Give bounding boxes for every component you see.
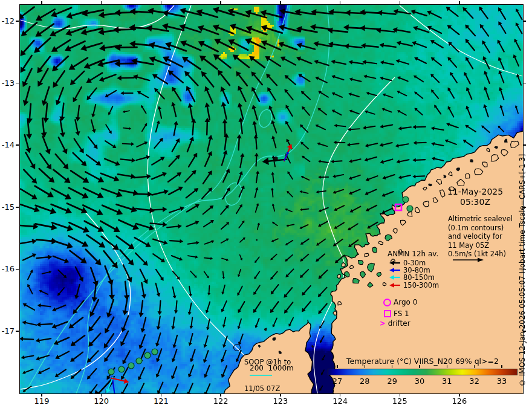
y-tick-label: -17: [0, 326, 15, 335]
figure: { "axes": { "x_ticks": ["119","120","121…: [0, 0, 532, 411]
date-text: 11-May-2025: [434, 187, 516, 197]
x-tick-mark-top: [161, 1, 162, 4]
credit-text: © IMOS 12-Jan-2026 05:05:07 Hobart time …: [518, 24, 527, 387]
time-text: 05:30Z: [434, 197, 516, 207]
x-tick-mark-top: [340, 1, 341, 4]
colorbar-tick-label: 28: [360, 377, 370, 386]
x-tick-label: 119: [34, 396, 50, 406]
colorbar-tick-label: 29: [387, 377, 397, 386]
y-tick-mark: [16, 269, 19, 270]
argo-label: Argo 0: [394, 298, 417, 306]
depth-arrow-icon: [389, 260, 401, 266]
anmn-row-80-150m: 80-150m: [389, 274, 435, 281]
depth-arrow-icon: [389, 267, 401, 273]
y-tick-label: -16: [0, 264, 15, 273]
depth-range-label: 150-300m: [403, 281, 439, 290]
depth-arrow-icon: [389, 274, 401, 280]
y-tick-label: -14: [0, 140, 15, 149]
bathymetry-contour-sample: [250, 375, 272, 376]
y-tick-mark: [16, 21, 19, 22]
y-tick-mark-right: [523, 83, 526, 84]
colorbar-tick-mark: [337, 365, 338, 368]
drifter-marker-icon: >: [380, 320, 386, 327]
y-tick-label: -15: [0, 202, 15, 212]
timestamp-annotation: 11-May-2025 05:30Z: [434, 187, 516, 207]
fs-label: FS 1: [394, 309, 409, 318]
colorbar-tick-mark: [392, 365, 393, 368]
x-tick-mark-top: [400, 1, 401, 4]
altimetric-note-line: Altimetric sealevel: [448, 215, 513, 224]
colorbar-tick-mark: [474, 365, 475, 368]
y-tick-mark: [16, 83, 19, 84]
drifter-label: drifter: [388, 319, 410, 328]
x-tick-label: 126: [452, 396, 467, 406]
y-tick-mark-right: [523, 269, 526, 270]
drifter-legend-row: > drifter: [380, 320, 410, 327]
y-tick-mark: [16, 144, 19, 146]
colorbar-tick-mark: [447, 365, 448, 368]
x-tick-label: 122: [213, 396, 229, 406]
y-tick-mark-right: [523, 207, 526, 208]
x-tick-label: 124: [332, 396, 348, 406]
altimetric-note-line: 11 May 05Z: [448, 241, 513, 250]
colorbar-tick-label: 30: [415, 377, 425, 386]
soop-label-line2: 11/05 07Z: [244, 384, 291, 393]
colorbar-tick-mark: [419, 365, 420, 368]
bathymetry-legend-label: 200 1000m: [250, 364, 294, 372]
y-tick-mark-right: [523, 21, 526, 22]
fs-legend-row: FS 1: [384, 310, 409, 317]
colorbar-tick-label: 33: [497, 377, 507, 386]
x-tick-mark-top: [41, 1, 42, 4]
colorbar-tick-mark: [501, 365, 502, 368]
fs-marker-icon: [384, 310, 391, 317]
y-tick-mark: [16, 207, 19, 208]
colorbar-tick-label: 27: [332, 377, 343, 386]
x-tick-label: 121: [154, 396, 169, 406]
x-tick-label: 120: [94, 396, 109, 406]
colorbar-tick-label: 32: [469, 377, 479, 386]
anmn-row-150-300m: 150-300m: [389, 282, 439, 289]
colorbar-title: Temperature (°C) VIIRS_N20 69% ql>=2: [328, 357, 517, 366]
altimetric-note-line: and velocity for: [448, 232, 513, 241]
y-tick-label: -12: [0, 16, 15, 25]
velocity-scale-arrow: [452, 256, 485, 264]
x-tick-mark-top: [220, 1, 221, 4]
x-tick-mark-top: [101, 1, 102, 4]
y-tick-mark-right: [523, 331, 526, 332]
soop-marker-icon: [233, 344, 241, 351]
y-tick-label: -13: [0, 79, 15, 88]
anmn-row-30-80m: 30-80m: [389, 267, 430, 274]
argo-legend-row: Argo 0: [383, 299, 417, 306]
y-tick-mark: [16, 331, 19, 332]
anmn-legend-title: ANMN 12h av.: [388, 250, 438, 258]
altimetric-note: Altimetric sealevel(0.1m contours)and ve…: [448, 215, 513, 259]
x-tick-label: 123: [273, 396, 288, 406]
depth-arrow-icon: [389, 282, 401, 288]
colorbar-tick-label: 31: [442, 377, 452, 386]
argo-marker-icon: [383, 299, 391, 306]
altimetric-note-line: (0.1m contours): [448, 224, 513, 233]
x-tick-mark-top: [280, 1, 281, 4]
x-tick-mark-top: [459, 1, 460, 4]
y-tick-mark-right: [523, 144, 526, 146]
x-tick-label: 125: [392, 396, 407, 406]
colorbar-tick-mark: [365, 365, 366, 368]
anmn-row-0-30m: 0-30m: [389, 259, 426, 267]
colorbar[interactable]: [328, 369, 517, 375]
